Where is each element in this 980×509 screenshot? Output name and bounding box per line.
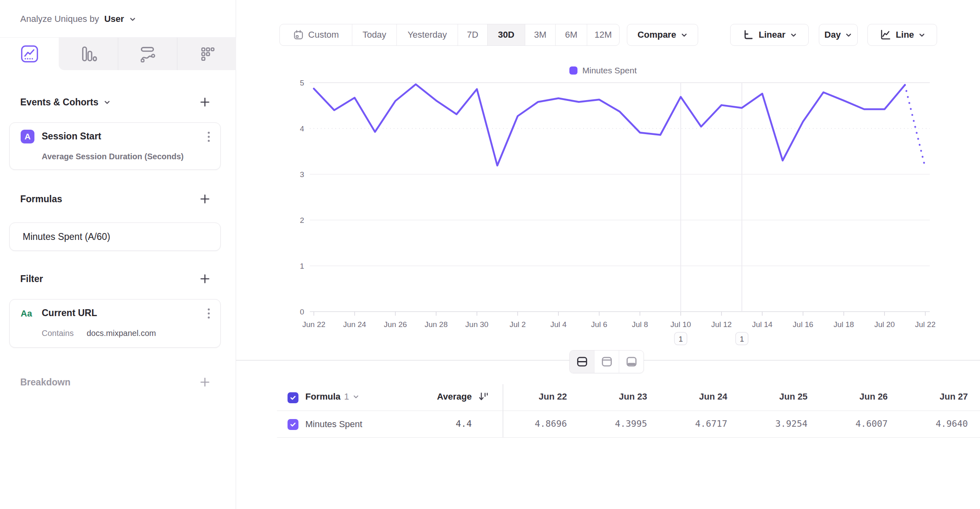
view-table-only-button[interactable] [619,351,643,373]
line-chart[interactable]: 012345Jun 22Jun 24Jun 26Jun 28Jun 30Jul … [236,61,980,359]
filter-property-name[interactable]: Current URL [42,308,97,319]
add-breakdown-button[interactable] [197,374,213,390]
event-card-session-start[interactable]: A Session Start Average Session Duration… [9,122,221,170]
string-property-icon: Aa [21,308,32,319]
calendar-icon [293,29,304,41]
grid-dots-tab-icon [197,45,216,63]
formulas-title: Formulas [20,194,62,205]
chevron-down-icon [790,32,797,38]
x-axis-tick-label: Jul 22 [915,320,936,329]
x-axis-tick-label: Jul 2 [509,320,526,329]
filter-title: Filter [20,274,43,284]
view-split-button[interactable] [570,351,594,373]
formula-expression[interactable]: Minutes Spent (A/60) [23,223,110,250]
range-option-30d[interactable]: 30D [487,24,525,45]
check-icon [290,421,296,428]
formula-name: Formula [305,391,341,402]
event-title[interactable]: Session Start [42,131,101,142]
range-option-12m[interactable]: 12M [587,24,619,45]
view-layout-toggle [569,350,644,373]
date-column-header[interactable]: Jun 27 [897,391,968,402]
add-event-button[interactable] [197,94,213,110]
breakdown-title: Breakdown [20,377,70,388]
annotation-count-label: 1 [679,335,683,343]
range-option-label: 6M [565,30,577,40]
tab-metrics-grid[interactable] [177,38,236,70]
series-value-cell: 4.9640 [897,419,968,429]
formula-header-label[interactable]: Formula 1 [305,391,359,402]
plus-icon [198,376,211,389]
add-filter-button[interactable] [197,271,213,287]
x-axis-tick-label: Jul 20 [874,320,895,329]
y-axis-tick-label: 5 [300,79,304,87]
y-axis-tick-label: 4 [300,124,304,133]
chevron-down-icon [918,32,925,38]
visualization-tabstrip [0,37,236,70]
average-column-header[interactable]: Average [390,391,472,402]
events-cohorts-header: Events & Cohorts [20,93,111,111]
date-column-header[interactable]: Jun 24 [656,391,727,402]
range-option-today[interactable]: Today [352,24,396,45]
plus-icon [198,272,211,285]
line-chart-tab-icon [20,45,39,63]
x-axis-tick-label: Jul 18 [833,320,854,329]
chart-type-button[interactable]: Line [867,24,937,46]
query-builder-sidebar: Analyze Uniques by User [0,0,236,509]
range-option-3m[interactable]: 3M [525,24,555,45]
series-value-cell: 4.6007 [816,419,888,429]
x-axis-tick-label: Jul 12 [711,320,732,329]
filter-kebab-menu[interactable] [207,308,211,319]
add-formula-button[interactable] [197,191,213,207]
tab-line-chart[interactable] [0,38,59,70]
analyze-uniques-value[interactable]: User [104,14,124,24]
scale-selector-button[interactable]: Linear [730,24,809,46]
date-column-header[interactable]: Jun 25 [736,391,807,402]
x-axis-tick-label: Jun 24 [343,320,366,329]
chevron-down-icon [845,32,852,38]
formula-card[interactable]: Minutes Spent (A/60) [9,222,221,251]
y-axis-tick-label: 1 [300,262,304,270]
event-kebab-menu[interactable] [207,132,211,142]
y-axis-tick-label: 0 [300,308,304,316]
tab-bar-chart[interactable] [59,38,117,70]
tab-flows[interactable] [118,38,177,70]
date-column-header[interactable]: Jun 23 [576,391,647,402]
date-column-header[interactable]: Jun 26 [816,391,888,402]
filter-value[interactable]: docs.mixpanel.com [87,329,156,338]
x-axis-tick-label: Jun 30 [465,320,488,329]
range-option-label: Custom [308,30,339,40]
range-option-custom[interactable]: Custom [280,24,352,45]
range-option-yesterday[interactable]: Yesterday [396,24,458,45]
x-axis-tick-label: Jul 4 [550,320,567,329]
range-option-label: 7D [467,30,478,40]
range-option-label: Yesterday [407,30,447,40]
breakdown-header: Breakdown [20,373,70,391]
event-aggregation[interactable]: Average Session Duration (Seconds) [42,152,183,161]
formula-group-checkbox[interactable] [288,392,298,403]
x-axis-tick-label: Jul 6 [591,320,607,329]
analyze-uniques-label: Analyze Uniques by [20,14,99,24]
series-value-cell: 3.9254 [736,419,807,429]
sort-icon[interactable] [478,391,489,402]
date-column-header[interactable]: Jun 22 [496,391,567,402]
y-axis-tick-label: 2 [300,216,304,225]
view-chart-only-button[interactable] [594,351,619,373]
flows-tab-icon [138,45,157,63]
range-option-7d[interactable]: 7D [458,24,487,45]
average-value: 4.4 [390,419,472,429]
range-option-6m[interactable]: 6M [555,24,587,45]
compare-button[interactable]: Compare [627,24,698,46]
series-row-checkbox[interactable] [288,419,298,430]
series-row-label[interactable]: Minutes Spent [305,419,362,430]
x-axis-tick-label: Jun 28 [424,320,447,329]
filter-card-current-url[interactable]: Aa Current URL Contains docs.mixpanel.co… [9,299,221,348]
filter-header: Filter [20,270,43,288]
interval-selector-button[interactable]: Day [819,24,858,46]
x-axis-tick-label: Jul 10 [671,320,691,329]
chevron-down-icon [353,394,359,400]
series-line-minutes-spent[interactable] [314,84,905,165]
filter-operator[interactable]: Contains [42,329,74,338]
table-column-separator [503,384,503,438]
scale-label: Linear [758,30,785,40]
chevron-down-icon[interactable] [104,99,111,106]
